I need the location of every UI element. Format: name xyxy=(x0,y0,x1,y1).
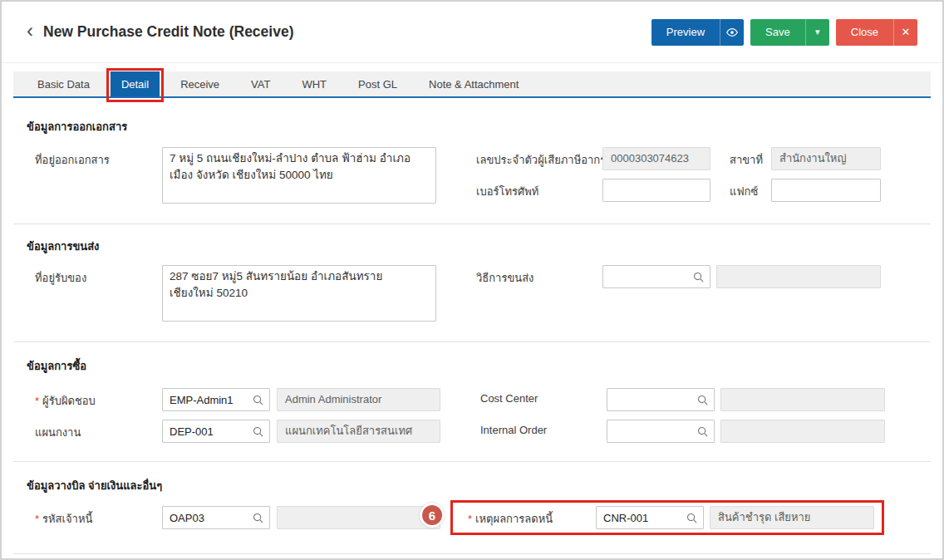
required-mark: * xyxy=(35,395,39,407)
purchase-credit-note-window: ‹ New Purchase Credit Note (Receive) Pre… xyxy=(0,0,944,560)
internal-order-label: Internal Order xyxy=(472,420,607,436)
receive-address-textarea[interactable]: 287 ซอย7 หมู่5 สันทรายน้อย อำเภอสันทราย … xyxy=(162,265,436,322)
back-icon[interactable]: ‹ xyxy=(27,21,33,41)
cost-center-name-field xyxy=(720,388,885,411)
section-purchase-info: ข้อมูลการซื้อ *ผู้รับผิดชอบ Admin Admini… xyxy=(13,342,931,462)
annotation-highlight-reason-field: *เหตุผลการลดหนี้ สินค้าชำรุด เสียหาย xyxy=(450,500,884,535)
section-document-info: ข้อมูลการออกเอกสาร ที่อยู่ออกเอกสาร 7 หม… xyxy=(13,98,931,224)
responsible-label: *ผู้รับผิดชอบ xyxy=(27,388,162,410)
tab-note-attachment[interactable]: Note & Attachment xyxy=(418,71,529,96)
preview-button[interactable]: Preview xyxy=(651,19,744,46)
tax-id-label: เลขประจำตัวผู้เสียภาษีอากร xyxy=(468,147,602,169)
tax-id-field: 0000303074623 xyxy=(602,147,710,170)
tabbar-zone: Basic Data Detail Receive VAT WHT Post G… xyxy=(2,63,942,98)
issue-address-label: ที่อยู่ออกเอกสาร xyxy=(27,147,162,169)
eye-icon[interactable] xyxy=(720,19,744,46)
cost-center-code-input[interactable] xyxy=(607,394,697,406)
tab-bar: Basic Data Detail Receive VAT WHT Post G… xyxy=(13,71,931,98)
internal-order-code-input[interactable] xyxy=(607,425,697,438)
shipping-method-code-input[interactable] xyxy=(603,271,693,283)
title-wrap: ‹ New Purchase Credit Note (Receive) xyxy=(27,23,294,41)
page-title: New Purchase Credit Note (Receive) xyxy=(43,23,294,41)
issue-address-textarea[interactable]: 7 หมู่ 5 ถนนเชียงใหม่-ลำปาง ตำบล ฟ้าฮ่าม… xyxy=(162,147,436,204)
close-button[interactable]: Close ✕ xyxy=(836,19,917,46)
shipping-method-name-field xyxy=(716,265,881,288)
search-icon xyxy=(697,395,708,405)
credit-reason-search[interactable] xyxy=(596,506,704,529)
credit-reason-code-input[interactable] xyxy=(597,512,686,524)
required-mark: * xyxy=(468,513,472,525)
page-header: ‹ New Purchase Credit Note (Receive) Pre… xyxy=(2,2,942,63)
section-billing-info: ข้อมูลวางบิล จ่ายเงินและอื่นๆ *รหัสเจ้าห… xyxy=(13,462,931,554)
fax-label: แฟกซ์ xyxy=(721,179,771,200)
creditor-search[interactable] xyxy=(162,506,270,529)
creditor-name-field xyxy=(277,506,440,529)
credit-reason-label: *เหตุผลการลดหนี้ xyxy=(460,506,596,528)
internal-order-name-field xyxy=(720,420,885,443)
phone-input[interactable] xyxy=(602,179,710,202)
department-name-field: แผนกเทคโนโลยีสารสนเทศ xyxy=(277,420,440,443)
section-shipping-info-heading: ข้อมูลการขนส่ง xyxy=(27,238,917,255)
tab-detail[interactable]: Detail xyxy=(111,71,160,96)
step-6-badge: 6 xyxy=(420,503,445,528)
cost-center-label: Cost Center xyxy=(472,388,607,405)
header-actions: Preview Save ▾ Close ✕ xyxy=(651,19,917,46)
receive-address-label: ที่อยู่รับของ xyxy=(27,265,162,287)
section-shipping-info: ข้อมูลการขนส่ง ที่อยู่รับของ 287 ซอย7 หม… xyxy=(13,224,931,342)
credit-reason-name-field: สินค้าชำรุด เสียหาย xyxy=(710,506,874,529)
department-search[interactable] xyxy=(162,420,270,443)
close-x-icon[interactable]: ✕ xyxy=(893,19,917,46)
department-code-input[interactable] xyxy=(163,425,253,438)
search-icon xyxy=(253,513,263,523)
search-icon xyxy=(686,513,697,523)
tab-post-gl[interactable]: Post GL xyxy=(347,71,408,96)
branch-label: สาขาที่ xyxy=(721,147,771,169)
responsible-code-input[interactable] xyxy=(163,394,253,406)
branch-field: สำนักงานใหญ่ xyxy=(771,147,881,170)
responsible-name-field: Admin Administrator xyxy=(277,388,440,411)
save-dropdown-caret-icon[interactable]: ▾ xyxy=(805,19,829,46)
internal-order-search[interactable] xyxy=(607,420,715,443)
tab-vat[interactable]: VAT xyxy=(240,71,281,96)
required-mark: * xyxy=(35,513,39,525)
tab-basic-data[interactable]: Basic Data xyxy=(27,71,101,96)
section-billing-info-heading: ข้อมูลวางบิล จ่ายเงินและอื่นๆ xyxy=(27,477,917,494)
shipping-method-label: วิธีการขนส่ง xyxy=(468,265,602,287)
preview-button-label[interactable]: Preview xyxy=(651,19,720,46)
search-icon xyxy=(253,426,263,437)
tab-wht[interactable]: WHT xyxy=(291,71,337,96)
search-icon xyxy=(253,395,263,405)
creditor-code-input[interactable] xyxy=(163,512,253,524)
search-icon xyxy=(693,272,704,282)
tab-detail-label: Detail xyxy=(121,78,149,91)
cost-center-search[interactable] xyxy=(607,388,715,411)
tab-receive[interactable]: Receive xyxy=(170,71,230,96)
phone-label: เบอร์โทรศัพท์ xyxy=(468,179,602,200)
responsible-search[interactable] xyxy=(162,388,270,411)
close-button-label[interactable]: Close xyxy=(836,19,893,46)
save-button-label[interactable]: Save xyxy=(750,19,805,46)
search-icon xyxy=(697,426,708,437)
save-button[interactable]: Save ▾ xyxy=(750,19,829,46)
section-document-info-heading: ข้อมูลการออกเอกสาร xyxy=(27,118,917,135)
section-purchase-info-heading: ข้อมูลการซื้อ xyxy=(27,357,917,375)
fax-input[interactable] xyxy=(771,179,881,202)
creditor-label: *รหัสเจ้าหนี้ xyxy=(27,506,162,528)
department-label: แผนกงาน xyxy=(27,420,162,441)
shipping-method-search[interactable] xyxy=(602,265,710,288)
